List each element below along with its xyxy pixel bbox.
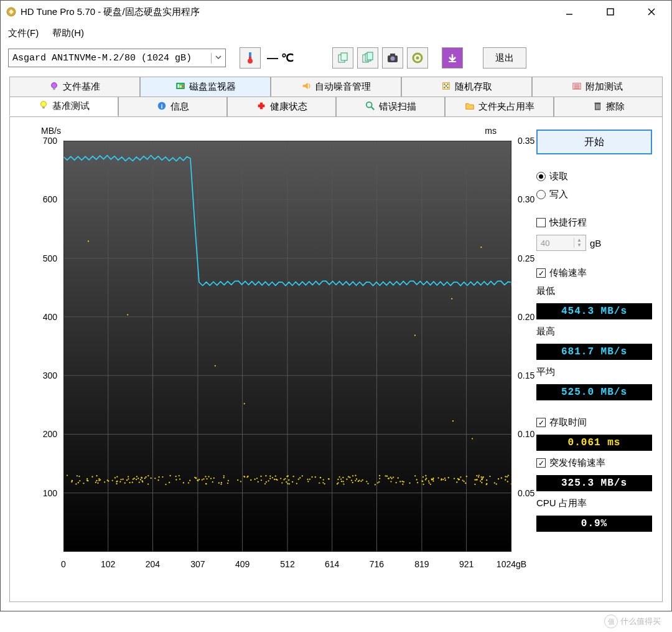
svg-point-219 [489, 476, 490, 477]
svg-point-108 [351, 479, 352, 481]
svg-point-182 [141, 480, 142, 481]
start-button[interactable]: 开始 [536, 130, 652, 154]
svg-point-208 [206, 478, 207, 479]
svg-point-230 [426, 478, 427, 479]
svg-point-302 [210, 478, 212, 479]
tab-label: 基准测试 [52, 100, 90, 112]
tab-bottom-3[interactable]: 错误扫描 [336, 97, 445, 116]
svg-point-310 [414, 334, 416, 336]
svg-point-249 [337, 483, 338, 484]
svg-rect-22 [177, 84, 179, 87]
svg-point-166 [474, 479, 475, 480]
svg-point-253 [157, 479, 159, 481]
svg-point-238 [508, 475, 509, 476]
tab-top-0[interactable]: 文件基准 [9, 77, 140, 97]
svg-rect-2 [607, 9, 614, 15]
svg-point-118 [402, 481, 403, 482]
svg-point-84 [399, 481, 401, 482]
y-left-tick: 300 [20, 370, 57, 380]
svg-point-178 [268, 480, 269, 481]
svg-point-204 [151, 478, 152, 479]
tab-bottom-0[interactable]: 基准测试 [9, 97, 118, 116]
svg-point-256 [179, 475, 180, 476]
cpu-value: 0.9% [536, 516, 652, 532]
save-button[interactable] [442, 47, 463, 68]
checkbox-icon [536, 218, 546, 227]
x-tick: 614 [325, 559, 339, 569]
svg-point-212 [108, 480, 109, 481]
svg-point-236 [116, 483, 117, 484]
menu-file[interactable]: 文件(F) [8, 27, 39, 39]
minimize-button[interactable] [554, 2, 584, 21]
svg-point-315 [124, 483, 126, 484]
screenshot-button[interactable] [382, 47, 403, 68]
svg-point-129 [378, 481, 380, 483]
avg-label: 平均 [536, 366, 652, 378]
svg-point-263 [385, 475, 386, 476]
burst-rate-check[interactable]: 突发传输速率 [536, 457, 652, 469]
benchmark-chart [63, 141, 511, 552]
svg-point-75 [307, 479, 308, 480]
menu-help[interactable]: 帮助(H) [52, 27, 84, 39]
svg-point-156 [390, 476, 391, 478]
x-tick: 409 [235, 559, 250, 569]
svg-point-150 [362, 479, 363, 481]
burst-rate-value: 325.3 MB/s [536, 475, 652, 491]
drive-select-value: Asgard AN1TNVMe-M.2/80 (1024 gB) [12, 53, 192, 64]
svg-point-211 [346, 479, 347, 480]
tab-top-1[interactable]: 磁盘监视器 [140, 77, 271, 97]
access-time-check[interactable]: 存取时间 [536, 417, 652, 428]
spinner-icon: ▲▼ [574, 238, 582, 248]
svg-point-214 [506, 476, 508, 478]
x-tick: 512 [280, 559, 294, 569]
settings-button[interactable] [407, 47, 428, 68]
temperature-button[interactable] [240, 47, 261, 68]
y-right-tick: 0.35 [518, 136, 549, 146]
tab-bottom-1[interactable]: i信息 [118, 97, 227, 116]
svg-point-294 [417, 482, 418, 483]
svg-point-317 [429, 482, 430, 483]
svg-point-269 [360, 481, 362, 482]
svg-point-78 [355, 480, 356, 481]
exit-button[interactable]: 退出 [483, 47, 526, 68]
svg-point-190 [133, 478, 134, 479]
drive-select[interactable]: Asgard AN1TNVMe-M.2/80 (1024 gB) [8, 49, 226, 67]
svg-point-176 [386, 476, 388, 477]
svg-point-300 [341, 481, 342, 482]
maximize-button[interactable] [595, 2, 625, 21]
tab-top-3[interactable]: 随机存取 [401, 77, 532, 97]
copy-button[interactable] [332, 47, 353, 68]
read-radio[interactable]: 读取 [536, 171, 652, 182]
tab-bottom-4[interactable]: 文件夹占用率 [445, 97, 554, 116]
y-left-label: MB/s [41, 126, 61, 136]
svg-point-27 [447, 83, 449, 85]
lightbulb-icon [49, 81, 59, 93]
tab-bottom-5[interactable]: 擦除 [554, 97, 663, 116]
x-tick: 102 [101, 559, 115, 569]
tab-label: 健康状态 [270, 101, 307, 113]
tab-top-2[interactable]: 自动噪音管理 [271, 77, 401, 97]
tab-label: 文件基准 [63, 81, 100, 93]
svg-point-260 [501, 478, 502, 479]
svg-point-288 [456, 481, 457, 483]
svg-point-210 [281, 482, 282, 483]
tab-bottom-2[interactable]: 健康状态 [227, 97, 336, 116]
svg-point-65 [67, 474, 68, 476]
x-tick: 819 [414, 559, 429, 569]
svg-point-312 [119, 481, 121, 483]
svg-point-303 [465, 483, 466, 484]
svg-point-314 [128, 476, 129, 477]
fast-travel-check[interactable]: 快捷行程 [536, 217, 652, 229]
svg-point-147 [481, 482, 482, 483]
x-tick: 1024gB [497, 559, 526, 569]
svg-point-98 [339, 476, 340, 478]
transfer-rate-check[interactable]: 传输速率 [536, 267, 652, 279]
svg-point-241 [141, 477, 142, 478]
tab-top-4[interactable]: 附加测试 [532, 77, 663, 97]
svg-point-171 [221, 482, 222, 483]
write-radio[interactable]: 写入 [536, 189, 652, 200]
copy-all-button[interactable] [357, 47, 378, 68]
fast-travel-value[interactable]: 40 ▲▼ [536, 235, 586, 251]
svg-point-163 [466, 476, 467, 477]
close-button[interactable] [637, 2, 666, 21]
